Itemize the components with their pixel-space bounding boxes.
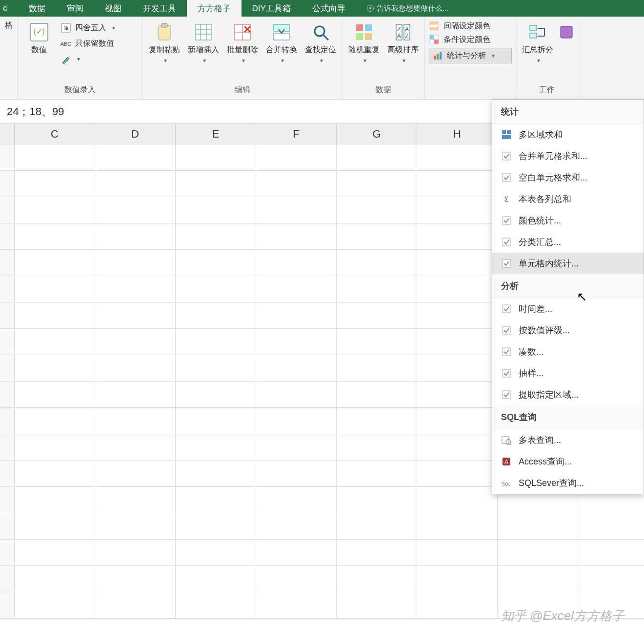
cell[interactable] bbox=[417, 408, 498, 434]
menu-item[interactable]: AAccess查询... bbox=[492, 451, 644, 472]
cell[interactable] bbox=[578, 566, 644, 592]
cell[interactable] bbox=[256, 171, 337, 197]
cell[interactable] bbox=[15, 144, 95, 171]
cell[interactable] bbox=[337, 461, 417, 487]
cell[interactable] bbox=[95, 250, 176, 276]
cell[interactable] bbox=[0, 382, 15, 408]
cell[interactable] bbox=[176, 461, 256, 487]
cell[interactable] bbox=[15, 540, 95, 566]
btn-advanced-sort[interactable]: ZAAZ高级排序 bbox=[385, 19, 421, 65]
cell[interactable] bbox=[417, 540, 498, 566]
tab-devtools[interactable]: 开发工具 bbox=[132, 0, 187, 17]
menu-item[interactable]: 提取指定区域... bbox=[492, 384, 644, 405]
colhead-corner[interactable] bbox=[0, 124, 15, 144]
cell[interactable] bbox=[0, 171, 15, 197]
cell[interactable] bbox=[337, 513, 417, 540]
cell[interactable] bbox=[95, 382, 176, 408]
cell[interactable] bbox=[95, 566, 176, 592]
cell[interactable] bbox=[498, 513, 578, 540]
menu-item[interactable]: 合并单元格求和... bbox=[492, 145, 644, 167]
tab-formula-wizard[interactable]: 公式向导 bbox=[302, 0, 356, 17]
cell[interactable] bbox=[337, 434, 417, 461]
btn-round[interactable]: %四舍五入 bbox=[60, 22, 139, 33]
btn-cond-color[interactable]: 条件设定颜色 bbox=[429, 34, 512, 45]
btn-cut-partial[interactable]: 格 bbox=[1, 19, 16, 31]
cell[interactable] bbox=[95, 487, 176, 513]
cell[interactable] bbox=[498, 540, 578, 566]
cell[interactable] bbox=[256, 487, 337, 513]
btn-summary-split[interactable]: 汇总拆分 bbox=[520, 19, 555, 65]
cell[interactable] bbox=[0, 197, 15, 223]
cell[interactable] bbox=[417, 223, 498, 250]
cell[interactable] bbox=[0, 144, 15, 171]
cell[interactable] bbox=[337, 197, 417, 223]
cell[interactable] bbox=[95, 144, 176, 171]
cell[interactable] bbox=[256, 329, 337, 355]
cell[interactable] bbox=[176, 382, 256, 408]
cell[interactable] bbox=[95, 223, 176, 250]
btn-stats-analysis[interactable]: 统计与分析 bbox=[429, 48, 512, 63]
cell[interactable] bbox=[0, 276, 15, 302]
cell[interactable] bbox=[417, 487, 498, 513]
cell[interactable] bbox=[256, 302, 337, 329]
cell[interactable] bbox=[256, 197, 337, 223]
cell[interactable] bbox=[15, 513, 95, 540]
cell[interactable] bbox=[176, 540, 256, 566]
cell[interactable] bbox=[337, 171, 417, 197]
colhead[interactable]: H bbox=[417, 124, 498, 144]
menu-item[interactable]: SQLSQLSever查询... bbox=[492, 472, 644, 494]
cell[interactable] bbox=[337, 408, 417, 434]
cell[interactable] bbox=[256, 540, 337, 566]
cell[interactable] bbox=[417, 329, 498, 355]
btn-keep-value[interactable]: ABC只保留数值 bbox=[60, 38, 139, 49]
cell[interactable] bbox=[256, 566, 337, 592]
cell[interactable] bbox=[0, 513, 15, 540]
cell[interactable] bbox=[337, 276, 417, 302]
cell[interactable] bbox=[417, 382, 498, 408]
cell[interactable] bbox=[95, 408, 176, 434]
cell[interactable] bbox=[417, 461, 498, 487]
cell[interactable] bbox=[15, 408, 95, 434]
cell[interactable] bbox=[15, 329, 95, 355]
btn-find-locate[interactable]: 查找定位 bbox=[303, 19, 338, 65]
cell[interactable] bbox=[0, 223, 15, 250]
cell[interactable] bbox=[15, 434, 95, 461]
menu-item[interactable]: 颜色统计... bbox=[492, 210, 644, 231]
cell[interactable] bbox=[256, 434, 337, 461]
cell[interactable] bbox=[578, 540, 644, 566]
cell[interactable] bbox=[417, 171, 498, 197]
cell[interactable] bbox=[0, 487, 15, 513]
cell[interactable] bbox=[176, 408, 256, 434]
cell[interactable] bbox=[176, 592, 256, 619]
cell[interactable] bbox=[95, 329, 176, 355]
cell[interactable] bbox=[337, 540, 417, 566]
cell[interactable] bbox=[0, 592, 15, 619]
cell[interactable] bbox=[176, 355, 256, 382]
cell[interactable] bbox=[256, 513, 337, 540]
menu-item[interactable]: 按数值评级... bbox=[492, 320, 644, 341]
menu-item[interactable]: 多区域求和 bbox=[492, 124, 644, 145]
cell[interactable] bbox=[0, 302, 15, 329]
colhead[interactable]: C bbox=[15, 124, 95, 144]
colhead[interactable]: F bbox=[256, 124, 337, 144]
tab-data[interactable]: 数据 bbox=[18, 0, 56, 17]
cell[interactable] bbox=[15, 461, 95, 487]
cell[interactable] bbox=[337, 223, 417, 250]
menu-item[interactable]: 凑数... bbox=[492, 341, 644, 362]
cell[interactable] bbox=[176, 329, 256, 355]
cell[interactable] bbox=[417, 513, 498, 540]
cell[interactable] bbox=[417, 566, 498, 592]
menu-item[interactable]: Σ本表各列总和 bbox=[492, 188, 644, 210]
cell[interactable] bbox=[15, 250, 95, 276]
cell[interactable] bbox=[15, 223, 95, 250]
cell[interactable] bbox=[337, 355, 417, 382]
tab-review[interactable]: 审阅 bbox=[56, 0, 94, 17]
cell[interactable] bbox=[15, 171, 95, 197]
btn-extra[interactable] bbox=[559, 19, 574, 43]
tab-view[interactable]: 视图 bbox=[94, 0, 132, 17]
colhead[interactable]: E bbox=[176, 124, 256, 144]
cell[interactable] bbox=[95, 434, 176, 461]
cell[interactable] bbox=[176, 250, 256, 276]
cell[interactable] bbox=[337, 329, 417, 355]
cell[interactable] bbox=[176, 171, 256, 197]
